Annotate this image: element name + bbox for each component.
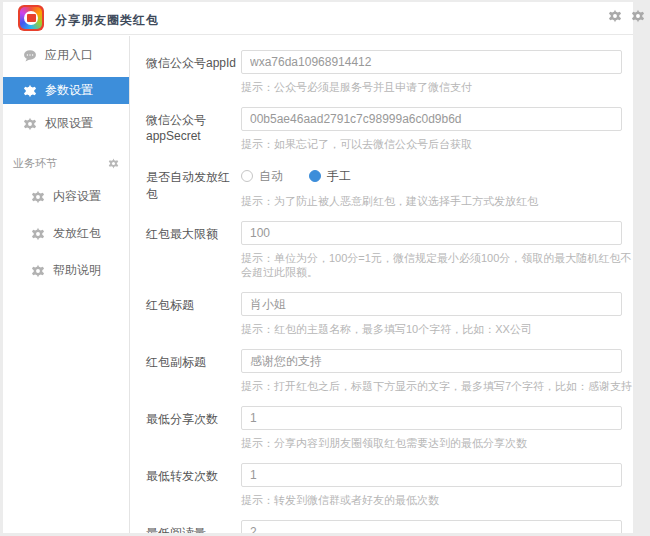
sidebar-item-permission-settings[interactable]: 权限设置 bbox=[3, 110, 129, 137]
radio-group: 自动手工 bbox=[241, 164, 633, 188]
page-title: 分享朋友圈类红包 bbox=[55, 12, 159, 29]
radio-circle-icon bbox=[309, 170, 321, 182]
form-row: 红包标题 提示：红包的主题名称，最多填写10个字符，比如：XX公司 bbox=[146, 292, 633, 336]
text-input[interactable] bbox=[241, 292, 622, 316]
field-hint: 提示：分享内容到朋友圈领取红包需要达到的最低分享次数 bbox=[241, 436, 633, 450]
field-hint: 提示：打开红包之后，标题下方显示的文字，最多填写7个字符，比如：感谢支持 bbox=[241, 379, 633, 393]
field-label: 是否自动发放红包 bbox=[146, 164, 241, 208]
gear-icon[interactable] bbox=[108, 158, 119, 169]
radio-option[interactable]: 自动 bbox=[241, 168, 283, 185]
gear-icon bbox=[31, 227, 45, 241]
text-input[interactable] bbox=[241, 520, 622, 533]
field-label: 最低转发次数 bbox=[146, 463, 241, 507]
text-input[interactable] bbox=[241, 349, 622, 373]
field-label: 微信公众号appSecret bbox=[146, 107, 241, 151]
field-hint: 提示：单位为分，100分=1元，微信规定最小必须100分，领取的最大随机红包不会… bbox=[241, 251, 633, 279]
sidebar-item-content-settings[interactable]: 内容设置 bbox=[3, 183, 129, 210]
sidebar-item-label: 应用入口 bbox=[45, 47, 93, 64]
sidebar-item-label: 帮助说明 bbox=[53, 262, 101, 279]
settings-form: 微信公众号appId 提示：公众号必须是服务号并且申请了微信支付 微信公众号ap… bbox=[131, 36, 633, 533]
sidebar-item-label: 内容设置 bbox=[53, 188, 101, 205]
field-label: 红包标题 bbox=[146, 292, 241, 336]
form-row: 微信公众号appSecret 提示：如果忘记了，可以去微信公众号后台获取 bbox=[146, 107, 633, 151]
field-label: 最低分享次数 bbox=[146, 406, 241, 450]
radio-circle-icon bbox=[241, 170, 253, 182]
radio-label: 手工 bbox=[327, 168, 351, 185]
field-label: 最低阅读量 bbox=[146, 520, 241, 533]
gears-icon[interactable] bbox=[608, 9, 622, 23]
app-logo-icon bbox=[18, 5, 44, 31]
field-hint: 提示：公众号必须是服务号并且申请了微信支付 bbox=[241, 80, 633, 94]
form-row: 是否自动发放红包 自动手工 提示：为了防止被人恶意刷红包，建议选择手工方式发放红… bbox=[146, 164, 633, 208]
header: 分享朋友圈类红包 bbox=[3, 2, 633, 35]
field-hint: 提示：为了防止被人恶意刷红包，建议选择手工方式发放红包 bbox=[241, 194, 633, 208]
field-hint: 提示：转发到微信群或者好友的最低次数 bbox=[241, 493, 633, 507]
form-row: 微信公众号appId 提示：公众号必须是服务号并且申请了微信支付 bbox=[146, 50, 633, 94]
form-row: 红包副标题 提示：打开红包之后，标题下方显示的文字，最多填写7个字符，比如：感谢… bbox=[146, 349, 633, 393]
sidebar-section-business: 业务环节 bbox=[3, 153, 129, 173]
settings-icon[interactable] bbox=[631, 9, 645, 23]
text-input[interactable] bbox=[241, 406, 622, 430]
sidebar: 应用入口 参数设置 权限设置 业务环节 内容设置 发放红包 帮助说 bbox=[3, 36, 130, 533]
field-label: 微信公众号appId bbox=[146, 50, 241, 94]
sidebar-item-label: 参数设置 bbox=[45, 82, 93, 99]
gear-icon bbox=[31, 264, 45, 278]
gear-icon bbox=[31, 190, 45, 204]
sidebar-item-label: 权限设置 bbox=[45, 115, 93, 132]
sidebar-item-help[interactable]: 帮助说明 bbox=[3, 257, 129, 284]
form-row: 红包最大限额 提示：单位为分，100分=1元，微信规定最小必须100分，领取的最… bbox=[146, 221, 633, 279]
sidebar-item-send-redpacket[interactable]: 发放红包 bbox=[3, 220, 129, 247]
field-hint: 提示：如果忘记了，可以去微信公众号后台获取 bbox=[241, 137, 633, 151]
field-label: 红包副标题 bbox=[146, 349, 241, 393]
form-row: 最低阅读量 提示：转发或者分享内容领取红包需要达到的最低阅读量 bbox=[146, 520, 633, 533]
sidebar-item-app-entry[interactable]: 应用入口 bbox=[3, 42, 129, 69]
gear-icon bbox=[23, 117, 37, 131]
chat-icon bbox=[23, 49, 37, 63]
radio-label: 自动 bbox=[259, 168, 283, 185]
sidebar-item-parameter-settings[interactable]: 参数设置 bbox=[3, 77, 129, 104]
text-input[interactable] bbox=[241, 221, 622, 245]
radio-option[interactable]: 手工 bbox=[309, 168, 351, 185]
field-hint: 提示：红包的主题名称，最多填写10个字符，比如：XX公司 bbox=[241, 322, 633, 336]
text-input[interactable] bbox=[241, 107, 622, 131]
text-input[interactable] bbox=[241, 50, 622, 74]
app-window: 分享朋友圈类红包 应用入口 参数设置 权限设置 业务环节 内容设置 发放红包 bbox=[3, 2, 633, 533]
sidebar-item-label: 发放红包 bbox=[53, 225, 101, 242]
text-input[interactable] bbox=[241, 463, 622, 487]
field-label: 红包最大限额 bbox=[146, 221, 241, 279]
form-row: 最低分享次数 提示：分享内容到朋友圈领取红包需要达到的最低分享次数 bbox=[146, 406, 633, 450]
header-actions bbox=[608, 9, 645, 23]
form-row: 最低转发次数 提示：转发到微信群或者好友的最低次数 bbox=[146, 463, 633, 507]
gear-icon bbox=[23, 84, 37, 98]
sidebar-section-label: 业务环节 bbox=[13, 156, 57, 171]
